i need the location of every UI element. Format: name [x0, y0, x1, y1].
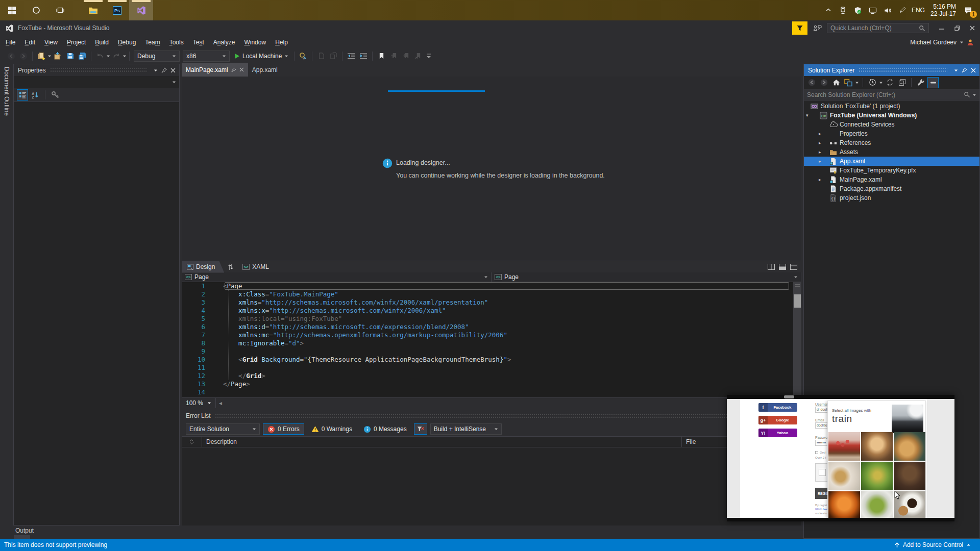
code-line-6[interactable]: 6 xmlns:d="http://schemas.microsoft.com/… [182, 323, 801, 331]
splitter-grip-icon[interactable] [794, 283, 800, 288]
captcha-image-breakfast-plate[interactable] [828, 462, 860, 490]
tree-item-connected-services[interactable]: Connected Services [804, 120, 979, 129]
alphabetical-button[interactable]: AZ [30, 89, 41, 101]
start-debugging-button[interactable]: Local Machine [231, 51, 291, 62]
signed-in-user[interactable]: Michael Gordeev [910, 39, 957, 46]
newsletter-checkbox[interactable]: Get I [815, 451, 826, 454]
next-bookmark-button[interactable] [400, 51, 412, 62]
restore-button[interactable] [949, 21, 965, 35]
captcha-image-orange-bowl[interactable] [828, 491, 860, 518]
editor-vertical-scrollbar[interactable] [793, 282, 801, 397]
error-scope-dropdown[interactable]: Entire Solution [186, 423, 260, 435]
menu-edit[interactable]: Edit [20, 37, 40, 48]
properties-button[interactable] [915, 77, 926, 88]
taskbar-file-explorer-icon[interactable] [81, 0, 105, 20]
expand-arrow-icon[interactable]: ▸ [819, 140, 821, 145]
expand-arrow-icon[interactable]: ▸ [819, 177, 821, 182]
menu-tools[interactable]: Tools [165, 37, 188, 48]
code-line-11[interactable]: 11 [182, 364, 801, 372]
navigate-forward-button[interactable] [17, 51, 30, 62]
se-back-button[interactable] [806, 77, 817, 88]
pending-changes-filter-button[interactable] [867, 77, 878, 88]
add-new-item-button[interactable] [52, 51, 64, 62]
redo-button[interactable] [110, 51, 122, 62]
menu-file[interactable]: File [1, 37, 20, 48]
window-position-caret-icon[interactable] [151, 66, 160, 74]
code-line-2[interactable]: 2 x:Class="FoxTube.MainPage" [182, 290, 801, 298]
properties-object-dropdown[interactable] [14, 76, 179, 88]
captcha-image-salad-plate[interactable] [861, 491, 893, 518]
menu-test[interactable]: Test [188, 37, 209, 48]
taskbar-clock[interactable]: 5:16 PM 22-Jul-17 [928, 3, 958, 17]
menu-view[interactable]: View [40, 37, 62, 48]
errors-filter-button[interactable]: 0 Errors [263, 423, 304, 435]
document-tab-app.xaml[interactable]: App.xaml [248, 63, 282, 77]
breadcrumb-left[interactable]: <> Page [182, 272, 492, 282]
minimize-button[interactable] [934, 21, 949, 35]
swap-panes-icon[interactable] [224, 261, 237, 273]
copy-button[interactable] [327, 51, 339, 62]
tree-item-app-xaml[interactable]: ▸App.xaml [804, 157, 979, 166]
code-line-10[interactable]: 10 <Grid Background="{ThemeResource Appl… [182, 356, 801, 364]
menu-project[interactable]: Project [62, 37, 90, 48]
clear-bookmarks-button[interactable] [412, 51, 424, 62]
code-line-5[interactable]: 5 xmlns:local="using:FoxTube" [182, 315, 801, 323]
window-position-caret-icon[interactable] [951, 66, 960, 74]
quick-launch-input[interactable]: Quick Launch (Ctrl+Q) [827, 23, 929, 33]
language-indicator[interactable]: ENG [912, 7, 925, 14]
captcha-image-taco-salad[interactable] [861, 462, 893, 490]
taskbar-photoshop-icon[interactable]: Ps [105, 0, 129, 20]
cut-button[interactable] [315, 51, 327, 62]
zoom-level-dropdown[interactable]: 100 % [182, 398, 216, 408]
pen-icon[interactable] [897, 4, 908, 17]
property-pages-button[interactable] [50, 89, 61, 101]
code-line-1[interactable]: 1<Page [182, 282, 801, 290]
new-project-caret-icon[interactable] [47, 54, 52, 58]
expand-arrow-icon[interactable]: ▸ [819, 159, 821, 164]
floating-preview-window[interactable]: fFacebookg+GoogleY!Yahoo Usernai dr dool… [727, 395, 954, 521]
search-options-caret-icon[interactable] [972, 93, 976, 97]
code-line-9[interactable]: 9 [182, 347, 801, 356]
previous-bookmark-button[interactable] [387, 51, 400, 62]
tree-item-project-json[interactable]: {}project.json [804, 193, 979, 203]
captcha-image-strawberry-cake[interactable] [828, 432, 860, 461]
pin-icon[interactable] [160, 66, 168, 74]
preview-window-handle[interactable] [784, 395, 794, 398]
find-in-files-button[interactable] [297, 51, 309, 62]
tree-item-foxtube-temporarykey-pfx[interactable]: FoxTube_TemporaryKey.pfx [804, 166, 979, 175]
code-line-13[interactable]: 13</Page> [182, 380, 801, 388]
description-column[interactable]: Description [202, 437, 682, 447]
feedback-filter-icon[interactable] [792, 21, 807, 35]
vertical-split-icon[interactable] [767, 263, 776, 271]
expand-arrow-icon[interactable]: ▸ [819, 149, 821, 155]
facebook-login-button[interactable]: fFacebook [758, 403, 797, 412]
messages-filter-button[interactable]: 0 Messages [359, 423, 411, 435]
expand-arrow-icon[interactable]: ▸ [819, 131, 821, 136]
user-dropdown-caret-icon[interactable] [960, 40, 964, 44]
increase-indent-button[interactable] [357, 51, 370, 62]
tree-item-references[interactable]: ▸References [804, 138, 979, 147]
xaml-code-editor[interactable]: 1<Page2 x:Class="FoxTube.MainPage"3 xmln… [182, 282, 801, 397]
error-source-filter-icon[interactable] [414, 423, 427, 435]
output-tab[interactable]: Output [15, 527, 34, 534]
tree-item-assets[interactable]: ▸Assets [804, 147, 979, 157]
code-line-4[interactable]: 4 xmlns:x="http://schemas.microsoft.com/… [182, 307, 801, 315]
code-line-8[interactable]: 8 mc:Ignorable="d"> [182, 339, 801, 347]
redo-caret-icon[interactable] [122, 54, 127, 58]
filter-caret-icon[interactable] [879, 81, 883, 85]
collapse-pane-icon[interactable] [789, 263, 798, 271]
tree-item-solution-foxtube-1-project[interactable]: Solution 'FoxTube' (1 project) [804, 102, 979, 111]
menu-team[interactable]: Team [140, 37, 164, 48]
design-view-tab[interactable]: Design [182, 261, 224, 273]
switch-views-button[interactable] [843, 77, 854, 88]
toolbar-overflow-icon[interactable] [426, 53, 431, 60]
checkbox-icon[interactable] [815, 451, 818, 454]
taskbar-task-view-icon[interactable] [48, 0, 72, 20]
vs-titlebar[interactable]: FoxTube - Microsoft Visual Studio Quick … [0, 20, 980, 36]
undo-caret-icon[interactable] [106, 54, 110, 58]
solution-explorer-search-input[interactable]: Search Solution Explorer (Ctrl+;) [804, 89, 979, 101]
breadcrumb-right[interactable]: <> Page [492, 272, 801, 282]
toggle-bookmark-button[interactable] [375, 51, 387, 62]
recaptcha-checkbox[interactable] [819, 469, 826, 476]
captcha-image-pancakes-coffee[interactable] [894, 432, 925, 461]
